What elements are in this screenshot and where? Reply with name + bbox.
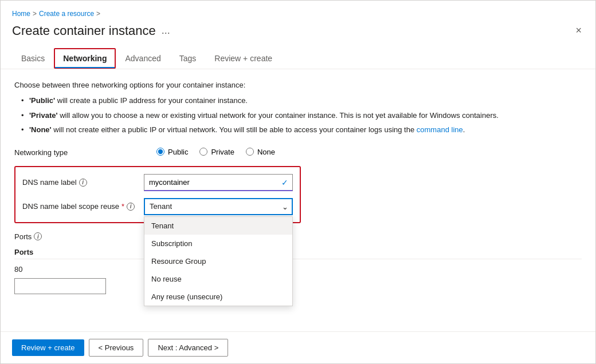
dns-scope-select[interactable]: Tenant Subscription Resource Group No re… (144, 198, 293, 215)
footer: Review + create < Previous Next : Advanc… (1, 331, 595, 363)
dns-name-input-wrapper: ✓ (144, 174, 293, 191)
networking-type-label: Networking type (14, 145, 152, 157)
content-area: Choose between three networking options … (1, 69, 595, 331)
close-button[interactable]: × (573, 22, 584, 39)
dns-name-label-row: DNS name label i ✓ (22, 174, 293, 191)
bullet-list: 'Public' will create a public IP address… (14, 95, 582, 136)
port-value: 80 (14, 263, 582, 276)
dns-scope-info-icon[interactable]: i (127, 203, 135, 211)
create-container-dialog: Home > Create a resource > Create contai… (0, 0, 596, 364)
dropdown-item-subscription[interactable]: Subscription (144, 235, 292, 252)
bullet-none: 'None' will not create either a public I… (21, 124, 582, 136)
description-text: Choose between three networking options … (14, 81, 582, 89)
bullet-private: 'Private' will allow you to choose a new… (21, 110, 582, 121)
ports-section: Ports i Ports 80 (14, 232, 582, 294)
dns-scope-dropdown-menu: Tenant Subscription Resource Group No re… (144, 216, 293, 306)
dropdown-item-any-reuse[interactable]: Any reuse (unsecure) (144, 288, 292, 306)
dns-name-label: DNS name label i (22, 178, 137, 187)
tab-advanced[interactable]: Advanced (116, 48, 170, 69)
breadcrumb-create-resource[interactable]: Create a resource (39, 10, 94, 18)
breadcrumb: Home > Create a resource > (12, 10, 584, 18)
tab-networking[interactable]: Networking (54, 48, 116, 69)
dns-scope-dropdown-wrapper: Tenant Subscription Resource Group No re… (144, 198, 293, 215)
breadcrumb-sep2: > (96, 10, 100, 18)
bullet-public: 'Public' will create a public IP address… (21, 95, 582, 106)
port-input[interactable] (14, 278, 106, 294)
title-row: Create container instance ... × (12, 22, 584, 39)
ellipsis-menu[interactable]: ... (162, 25, 170, 37)
radio-public[interactable]: Public (156, 148, 188, 156)
ports-info-icon[interactable]: i (34, 232, 42, 240)
tab-tags[interactable]: Tags (170, 48, 206, 69)
networking-type-row: Networking type Public Private None (14, 145, 582, 157)
dropdown-item-tenant[interactable]: Tenant (144, 217, 292, 235)
ports-column-header: Ports (14, 246, 582, 259)
dropdown-item-no-reuse[interactable]: No reuse (144, 270, 292, 288)
dns-scope-row: DNS name label scope reuse * i Tenant Su… (22, 198, 293, 215)
dns-name-input[interactable] (144, 174, 293, 191)
breadcrumb-sep1: > (33, 10, 37, 18)
networking-type-radio-group: Public Private None (156, 145, 275, 156)
required-star: * (121, 202, 124, 211)
radio-private[interactable]: Private (199, 148, 234, 156)
tab-review-create[interactable]: Review + create (205, 48, 281, 69)
tab-basics[interactable]: Basics (12, 48, 54, 69)
page-title: Create container instance ... (12, 23, 170, 38)
dns-scope-label: DNS name label scope reuse * i (22, 202, 137, 211)
dns-checkmark-icon: ✓ (281, 178, 288, 187)
ports-label: Ports i (14, 232, 582, 241)
review-create-button[interactable]: Review + create (12, 339, 84, 356)
dialog-header: Home > Create a resource > Create contai… (1, 1, 595, 48)
previous-button[interactable]: < Previous (89, 339, 144, 357)
radio-none[interactable]: None (246, 148, 275, 156)
tab-bar: Basics Networking Advanced Tags Review +… (1, 48, 595, 69)
dns-label-info-icon[interactable]: i (79, 179, 87, 187)
breadcrumb-home[interactable]: Home (12, 10, 30, 18)
dropdown-item-resource-group[interactable]: Resource Group (144, 252, 292, 270)
dns-section: DNS name label i ✓ DNS name label scope … (14, 166, 301, 223)
next-button[interactable]: Next : Advanced > (148, 339, 228, 357)
